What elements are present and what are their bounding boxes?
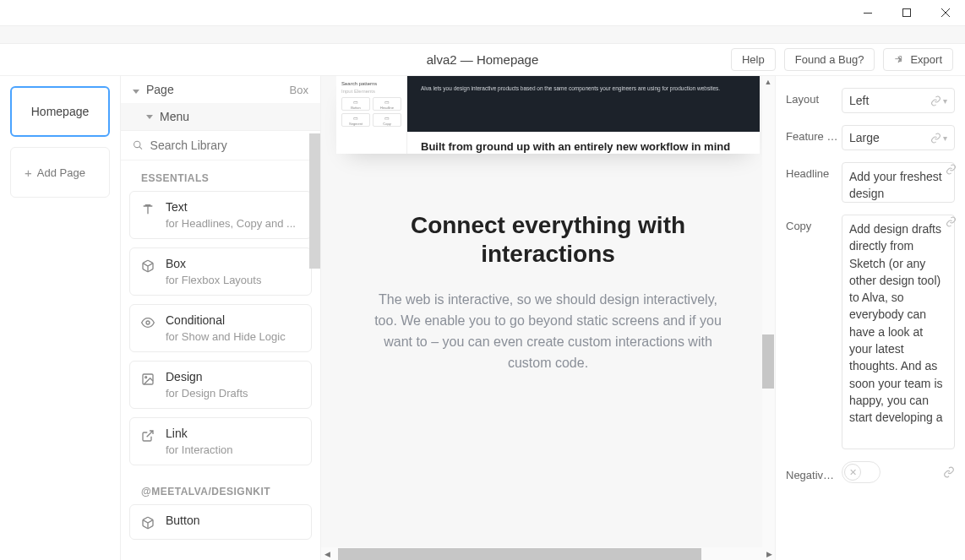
svg-point-2 (134, 141, 140, 147)
link-icon (140, 428, 155, 443)
negative-toggle[interactable]: ✕ (842, 461, 880, 483)
component-design[interactable]: Designfor Design Drafts (129, 361, 312, 409)
canvas-heading: Connect everything with interactions (372, 211, 724, 268)
component-title: Design (166, 370, 248, 383)
app-title: alva2 — Homepage (427, 52, 539, 67)
export-icon (894, 54, 905, 65)
window-close-button[interactable] (926, 0, 965, 26)
component-subtitle: for Design Drafts (166, 387, 248, 400)
scrollbar-thumb[interactable] (762, 334, 774, 389)
canvas-paragraph: The web is interactive, so we should des… (372, 290, 724, 373)
app-header: alva2 — Homepage Help Found a Bug? Expor… (0, 44, 965, 76)
library-section-label: ESSENTIALS (129, 160, 312, 191)
preview-sidebar: Search patterns Input Elements ▭Button▭H… (336, 76, 407, 154)
component-link[interactable]: Linkfor Interaction (129, 417, 312, 465)
preview-pattern-cell: ▭Segment (341, 113, 370, 127)
box-icon (140, 515, 155, 530)
close-icon: ✕ (844, 464, 861, 481)
preview-caption: Built from ground up with an entirely ne… (407, 132, 760, 154)
chevron-down-icon (146, 115, 153, 119)
component-subtitle: for Headlines, Copy and ... (166, 217, 296, 230)
svg-rect-0 (864, 13, 872, 14)
outline-item-menu[interactable]: Menu (121, 103, 320, 130)
component-subtitle: for Show and Hide Logic (166, 330, 286, 343)
text-icon (140, 202, 155, 217)
library-search[interactable] (121, 130, 320, 160)
page-thumbnail-homepage[interactable]: Homepage (10, 86, 110, 137)
link-icon (930, 133, 941, 144)
outline-panel: Page Box Menu ESSENTIALSTextfor Headline… (121, 76, 321, 560)
help-button[interactable]: Help (731, 48, 776, 71)
chevron-down-icon (133, 90, 139, 94)
link-icon (946, 216, 957, 227)
add-page-button[interactable]: + Add Page (10, 147, 110, 198)
properties-panel: Layout Left ▾ Feature I... Large ▾ Headl… (775, 76, 965, 560)
box-icon (140, 258, 155, 274)
canvas: Search patterns Input Elements ▭Button▭H… (321, 76, 775, 560)
window-minimize-button[interactable] (848, 0, 887, 26)
prop-label-layout: Layout (786, 88, 838, 106)
component-title: Link (166, 427, 233, 440)
prop-label-feature: Feature I... (786, 125, 838, 143)
link-icon (943, 466, 955, 478)
prop-label-copy: Copy (786, 215, 838, 232)
report-bug-button[interactable]: Found a Bug? (784, 48, 875, 71)
preview-pattern-cell: ▭Button (341, 97, 370, 111)
export-button[interactable]: Export (883, 48, 953, 71)
component-subtitle: for Interaction (166, 443, 233, 456)
link-icon (930, 95, 941, 106)
component-conditional[interactable]: Conditionalfor Show and Hide Logic (129, 304, 312, 352)
preview-pattern-cell: ▭Copy (373, 113, 401, 127)
chevron-down-icon: ▾ (943, 133, 947, 143)
search-icon (133, 139, 144, 151)
component-box[interactable]: Boxfor Flexbox Layouts (129, 247, 312, 296)
component-title: Conditional (166, 313, 286, 327)
toolbar-strip (0, 26, 965, 44)
svg-rect-1 (903, 9, 911, 17)
component-title: Button (166, 514, 199, 527)
preview-pattern-cell: ▭Headline (373, 97, 401, 111)
svg-point-3 (146, 321, 150, 324)
library-section-label: @MEETALVA/DESIGNKIT (129, 474, 312, 504)
svg-point-5 (145, 377, 147, 378)
scrollbar-thumb[interactable] (309, 133, 320, 269)
add-page-label: Add Page (37, 166, 85, 179)
outline-item-page[interactable]: Page Box (121, 76, 320, 103)
conditional-icon (140, 315, 155, 330)
canvas-horizontal-scrollbar[interactable]: ◀ ▶ (321, 547, 775, 560)
canvas-vertical-scrollbar[interactable]: ▲ (762, 76, 775, 547)
scrollbar-thumb[interactable] (338, 548, 701, 560)
preview-frame[interactable]: Search patterns Input Elements ▭Button▭H… (336, 76, 760, 154)
scroll-right-icon[interactable]: ▶ (763, 548, 775, 560)
prop-label-negative: Negative... (786, 464, 838, 481)
preview-hero: Alva lets you design interactive product… (407, 76, 760, 132)
scroll-up-icon[interactable]: ▲ (762, 76, 774, 88)
layout-select[interactable]: Left ▾ (842, 88, 955, 113)
scroll-left-icon[interactable]: ◀ (321, 548, 333, 560)
plus-icon: + (25, 166, 32, 180)
search-input[interactable] (150, 139, 308, 152)
chevron-down-icon: ▾ (943, 96, 947, 106)
outline-type-tag: Box (290, 84, 308, 96)
window-titlebar (0, 0, 965, 26)
feature-select[interactable]: Large ▾ (842, 125, 955, 150)
window-maximize-button[interactable] (887, 0, 926, 26)
page-label: Homepage (31, 105, 90, 118)
prop-label-headline: Headline (786, 162, 838, 180)
component-subtitle: for Flexbox Layouts (166, 274, 261, 286)
component-title: Box (166, 257, 261, 270)
design-icon (140, 372, 155, 387)
component-text[interactable]: Textfor Headlines, Copy and ... (129, 191, 312, 239)
component-title: Text (166, 200, 296, 214)
headline-input[interactable] (842, 162, 955, 203)
component-button[interactable]: Button (129, 504, 312, 540)
copy-input[interactable] (842, 215, 955, 449)
link-icon (946, 164, 957, 175)
pages-panel: Homepage + Add Page (0, 76, 121, 560)
